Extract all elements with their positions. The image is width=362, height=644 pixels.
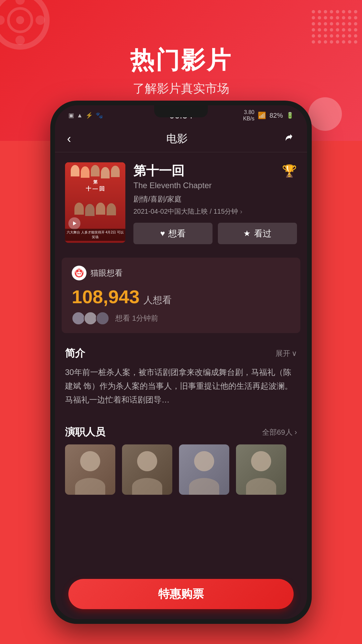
svg-point-13 <box>79 273 81 274</box>
phone-mockup: ▣ ▲ ⚡ 🐾 06:54 3.80KB/s 📶 82% 🔋 ‹ 电影 <box>50 101 312 624</box>
film-reel-icon <box>0 0 50 50</box>
wantosee-avatars: 想看 1分钟前 <box>72 312 290 325</box>
cast-photo-4 <box>236 444 286 495</box>
cast-photo-2 <box>122 444 172 495</box>
nav-bar: ‹ 电影 <box>55 125 307 152</box>
movie-meta[interactable]: 2021-04-02中国大陆上映 / 115分钟 › <box>133 207 297 216</box>
wantosee-unit: 人想看 <box>143 294 172 307</box>
network-speed: 3.80KB/s <box>243 109 254 122</box>
heart-icon: ♥ <box>160 229 165 238</box>
movie-details: 第十一回 🏆 The Eleventh Chapter 剧情/喜剧/家庭 202… <box>133 162 297 244</box>
play-button[interactable] <box>68 217 80 229</box>
svg-point-2 <box>16 16 24 24</box>
movie-info-section: 第 十 — 回 <box>55 152 307 252</box>
seen-button[interactable]: ★ 看过 <box>218 223 297 244</box>
movie-poster[interactable]: 第 十 — 回 <box>65 162 125 243</box>
circle-decoration <box>308 97 342 131</box>
cast-title: 演职人员 <box>65 425 105 439</box>
cast-photo-3 <box>179 444 229 495</box>
star-icon: ★ <box>243 229 251 238</box>
movie-title-chinese: 第十一回 <box>133 162 184 179</box>
wantosee-count: 108,943 <box>72 286 139 308</box>
summary-section: 简介 展开 ∨ 30年前一桩杀人案，被市话剧团拿来改编成舞台剧，马福礼（陈建斌 … <box>55 338 307 415</box>
hero-subtitle: 了解影片真实市场 <box>133 80 229 97</box>
chevron-down-icon: ∨ <box>292 349 297 358</box>
wantosee-recent: 想看 1分钟前 <box>115 313 158 323</box>
summary-text: 30年前一桩杀人案，被市话剧团拿来改编成舞台剧，马福礼（陈建斌 饰）作为杀人案的… <box>65 366 297 407</box>
cast-list <box>65 444 297 495</box>
summary-title: 简介 <box>65 346 85 360</box>
svg-marker-7 <box>73 221 76 225</box>
wifi-icon: 📶 <box>258 111 266 119</box>
svg-point-12 <box>77 273 79 274</box>
status-left-icons: ▣ ▲ ⚡ 🐾 <box>68 112 103 119</box>
cast-all-button[interactable]: 全部69人 › <box>262 427 297 437</box>
avatar-3 <box>96 312 109 325</box>
cast-photo-1 <box>65 444 115 495</box>
wantosee-label: 猫眼想看 <box>90 268 123 278</box>
hero-title: 热门影片 <box>130 44 232 76</box>
expand-button[interactable]: 展开 ∨ <box>276 348 297 359</box>
nav-title: 电影 <box>166 131 188 146</box>
buy-ticket-button[interactable]: 特惠购票 <box>68 579 294 609</box>
battery-percent: 82% <box>269 112 283 119</box>
poster-bottom-text: 六大舞台 人多才能笑得开 4月2日 可以笑场 <box>65 229 125 241</box>
movie-actions: ♥ 想看 ★ 看过 <box>133 223 297 244</box>
svg-point-3 <box>15 0 25 5</box>
movie-genres: 剧情/喜剧/家庭 <box>133 194 297 204</box>
svg-point-6 <box>36 15 45 25</box>
trophy-icon: 🏆 <box>282 164 297 178</box>
avatar-1 <box>72 312 85 325</box>
cast-item[interactable] <box>236 444 286 495</box>
cast-section: 演职人员 全部69人 › <box>55 417 307 500</box>
movie-title-english: The Eleventh Chapter <box>133 181 297 190</box>
cast-item[interactable] <box>122 444 172 495</box>
phone-notch <box>154 105 208 117</box>
want-to-see-button[interactable]: ♥ 想看 <box>133 223 213 244</box>
svg-point-4 <box>15 36 25 45</box>
svg-point-5 <box>0 15 5 25</box>
buy-ticket-wrapper: 特惠购票 <box>68 579 294 609</box>
cast-item[interactable] <box>179 444 229 495</box>
cast-item[interactable] <box>65 444 115 495</box>
dots-decoration <box>308 7 355 54</box>
status-right-info: 3.80KB/s 📶 82% 🔋 <box>243 109 294 122</box>
share-button[interactable] <box>283 131 295 146</box>
maoyan-logo <box>72 266 86 280</box>
avatar-2 <box>84 312 97 325</box>
back-button[interactable]: ‹ <box>67 132 71 146</box>
meta-arrow-icon: › <box>240 208 242 215</box>
battery-icon: 🔋 <box>286 112 294 119</box>
wantosee-section: 猫眼想看 108,943 人想看 想看 1分钟前 <box>62 258 300 333</box>
